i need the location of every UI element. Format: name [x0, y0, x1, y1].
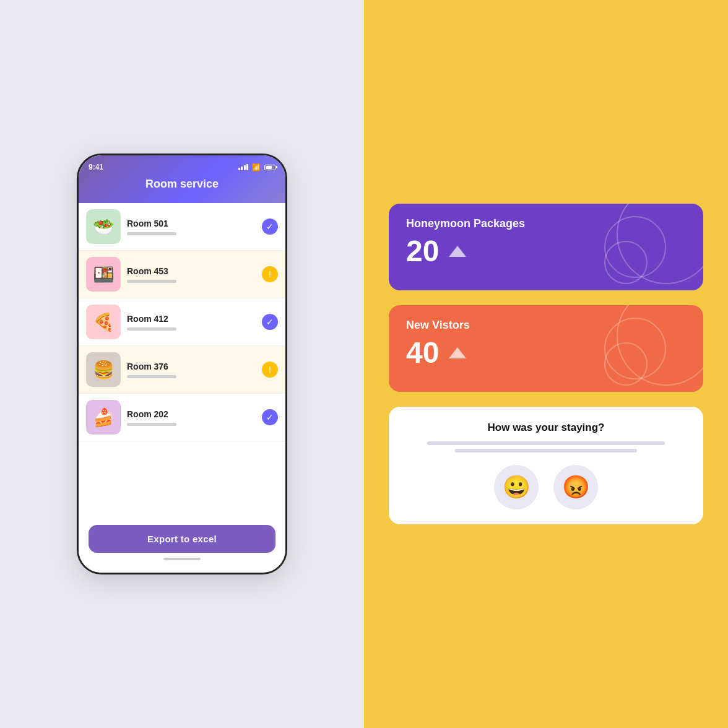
- status-warning-icon: !: [262, 266, 278, 282]
- room-bar: [127, 375, 176, 378]
- room-name: Room 202: [127, 409, 256, 419]
- room-item[interactable]: 🍕 Room 412 ✓: [79, 298, 285, 346]
- room-food-image: 🥗: [86, 209, 121, 244]
- room-info: Room 412: [127, 314, 256, 331]
- room-name: Room 501: [127, 219, 256, 228]
- room-food-image: 🍕: [86, 305, 121, 339]
- room-bar: [127, 232, 176, 235]
- right-panel: Honeymoon Packages 20 New Vistors 40 How…: [364, 0, 728, 728]
- left-panel: 9:41 📶 Room service 🥗 Room 50: [0, 0, 364, 728]
- room-name: Room 376: [127, 362, 256, 371]
- phone-content: 🥗 Room 501 ✓ 🍱 Room 453 ! 🍕: [79, 203, 285, 518]
- status-done-icon: ✓: [262, 409, 278, 425]
- status-done-icon: ✓: [262, 219, 278, 235]
- room-item[interactable]: 🍱 Room 453 !: [79, 251, 285, 298]
- visitors-label: New Vistors: [406, 319, 686, 332]
- phone-footer: Export to excel: [79, 518, 285, 573]
- honeymoon-number: 20: [406, 236, 439, 266]
- room-food-image: 🍱: [86, 257, 121, 292]
- room-bar: [127, 280, 176, 283]
- angry-emoji-circle[interactable]: 😡: [553, 465, 598, 509]
- phone-home-indicator: [163, 558, 201, 560]
- signal-icon: [238, 164, 249, 170]
- room-food-image: 🍰: [86, 400, 121, 435]
- happy-emoji: 😀: [503, 474, 531, 500]
- feedback-title: How was your staying?: [488, 422, 605, 434]
- visitors-card: New Vistors 40: [389, 305, 703, 392]
- angry-emoji: 😡: [562, 474, 590, 500]
- honeymoon-label: Honeymoon Packages: [406, 217, 686, 230]
- room-info: Room 376: [127, 362, 256, 378]
- battery-icon: [264, 165, 275, 170]
- status-time: 9:41: [89, 163, 103, 171]
- room-bar: [127, 327, 176, 331]
- status-done-icon: ✓: [262, 314, 278, 330]
- happy-emoji-circle[interactable]: 😀: [494, 465, 539, 509]
- status-warning-icon: !: [262, 362, 278, 378]
- phone-header: 9:41 📶 Room service: [79, 155, 285, 203]
- room-info: Room 453: [127, 266, 256, 283]
- feedback-bar-long: [427, 441, 665, 445]
- room-info: Room 501: [127, 219, 256, 235]
- honeymoon-value-row: 20: [406, 236, 686, 266]
- room-bar: [127, 423, 176, 426]
- wifi-icon: 📶: [252, 163, 261, 171]
- visitors-number: 40: [406, 338, 439, 368]
- room-food-image: 🍔: [86, 352, 121, 387]
- visitors-up-arrow: [446, 342, 469, 364]
- room-item[interactable]: 🥗 Room 501 ✓: [79, 203, 285, 251]
- feedback-bar-medium: [455, 449, 637, 453]
- emoji-row: 😀 😡: [406, 465, 686, 509]
- status-icons: 📶: [238, 163, 276, 171]
- room-item[interactable]: 🍔 Room 376 !: [79, 346, 285, 394]
- honeymoon-card: Honeymoon Packages 20: [389, 204, 703, 290]
- honeymoon-up-arrow: [446, 240, 469, 262]
- room-name: Room 412: [127, 314, 256, 324]
- visitors-value-row: 40: [406, 338, 686, 368]
- room-name: Room 453: [127, 266, 256, 276]
- room-item[interactable]: 🍰 Room 202 ✓: [79, 394, 285, 441]
- phone-mockup: 9:41 📶 Room service 🥗 Room 50: [77, 154, 287, 574]
- room-info: Room 202: [127, 409, 256, 426]
- export-button[interactable]: Export to excel: [89, 525, 275, 553]
- feedback-bars: [406, 441, 686, 453]
- feedback-card: How was your staying? 😀 😡: [389, 407, 703, 524]
- status-bar: 9:41 📶: [89, 163, 275, 171]
- phone-title: Room service: [89, 178, 275, 191]
